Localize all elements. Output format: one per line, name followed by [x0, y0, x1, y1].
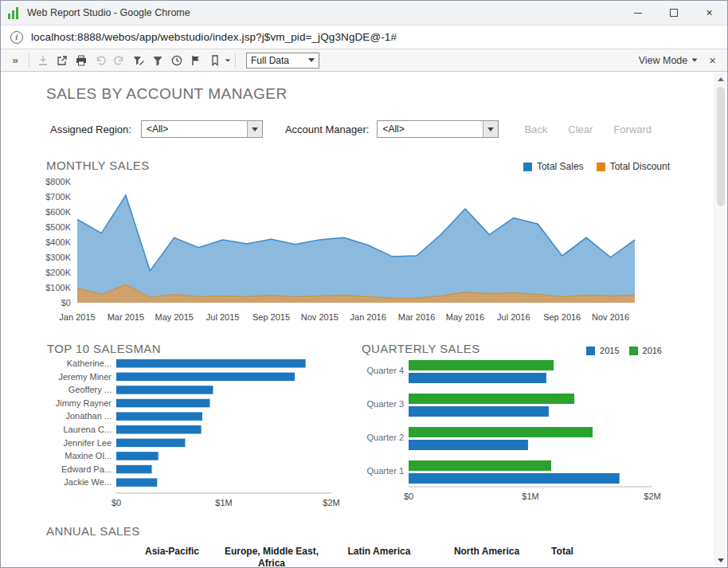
svg-text:Mar 2015: Mar 2015: [108, 312, 144, 322]
view-mode-label: View Mode: [639, 55, 688, 66]
svg-text:$1M: $1M: [522, 492, 538, 501]
svg-text:Katherine...: Katherine...: [67, 358, 112, 368]
report-canvas: SALES BY ACCOUNT MANAGER Assigned Region…: [1, 72, 727, 567]
svg-text:$0: $0: [404, 492, 413, 501]
bookmark-add-icon[interactable]: [186, 51, 205, 70]
svg-text:May 2016: May 2016: [446, 312, 484, 322]
scrollbar-thumb[interactable]: [717, 87, 725, 206]
bookmark-icon[interactable]: [205, 51, 225, 70]
svg-text:Sep 2016: Sep 2016: [543, 312, 581, 322]
scroll-up-icon[interactable]: [715, 72, 726, 85]
monthly-sales-title: MONTHLY SALES: [46, 159, 150, 172]
close-button[interactable]: ×: [691, 1, 727, 25]
dataset-select-caret-icon: [308, 58, 315, 62]
svg-text:Jonathan ...: Jonathan ...: [66, 411, 112, 421]
report-title: SALES BY ACCOUNT MANAGER: [46, 85, 715, 103]
quarterly-title: QUARTERLY SALES: [362, 342, 480, 355]
svg-text:Jennifer Lee: Jennifer Lee: [63, 438, 112, 448]
svg-text:May 2015: May 2015: [155, 312, 194, 322]
svg-text:$700K: $700K: [45, 192, 71, 202]
assigned-region-caret-icon[interactable]: [247, 121, 262, 137]
import-icon[interactable]: [33, 51, 53, 70]
total-discount-swatch-icon: [597, 163, 605, 171]
svg-text:Quarter 4: Quarter 4: [367, 366, 404, 375]
svg-text:Quarter 3: Quarter 3: [367, 399, 404, 409]
view-mode-button[interactable]: View Mode: [639, 55, 699, 66]
annual-col-latin-america: Latin America: [319, 546, 439, 567]
svg-text:Jul 2016: Jul 2016: [497, 312, 530, 322]
account-manager-label: Account Manager:: [285, 123, 370, 135]
account-manager-caret-icon[interactable]: [483, 121, 498, 137]
legend-item-2016: 2016: [629, 346, 662, 355]
svg-text:$200K: $200K: [45, 268, 71, 277]
svg-text:Geoffery ...: Geoffery ...: [68, 385, 112, 394]
svg-text:$400K: $400K: [45, 237, 71, 247]
annual-col-total: Total: [534, 546, 590, 567]
filter-bar: Assigned Region: <All> Account Manager: …: [50, 120, 715, 138]
svg-text:$2M: $2M: [323, 498, 339, 507]
total-sales-swatch-icon: [523, 163, 532, 171]
charts-row: TOP 10 SALESMAN Katherine...Jeremy Miner…: [45, 338, 715, 516]
assigned-region-value: <All>: [142, 121, 247, 137]
svg-text:$1M: $1M: [215, 498, 232, 507]
back-button[interactable]: Back: [524, 123, 547, 135]
scroll-down-icon[interactable]: [715, 554, 726, 566]
svg-text:Laurena C...: Laurena C...: [63, 425, 112, 434]
minimize-button[interactable]: [620, 1, 656, 25]
annual-sales-title: ANNUAL SALES: [46, 524, 715, 538]
vertical-scrollbar[interactable]: [714, 72, 726, 566]
annual-sales-section: ANNUAL SALES Asia-Pacific Europe, Middle…: [46, 524, 715, 567]
svg-text:Quarter 2: Quarter 2: [367, 433, 404, 442]
maximize-button[interactable]: [656, 1, 691, 25]
view-mode-caret-icon: [692, 58, 698, 61]
clear-button[interactable]: Clear: [568, 123, 593, 135]
bookmark-menu-caret-icon[interactable]: [225, 59, 230, 61]
legend-item-total-sales: Total Sales: [523, 161, 584, 172]
address-bar: i localhost:8888/webos/app/webstudio/ind…: [1, 25, 727, 49]
undo-icon[interactable]: [91, 51, 110, 70]
dataset-select-value: Full Data: [251, 55, 289, 66]
quarterly-legend: 2015 2016: [586, 346, 662, 355]
monthly-sales-legend: Total Sales Total Discount: [523, 161, 670, 172]
top10-chart[interactable]: Katherine...Jeremy MinerGeoffery ...Jimm…: [45, 355, 347, 513]
legend-item-2015: 2015: [586, 346, 619, 355]
toolbar-close-icon[interactable]: ×: [709, 53, 716, 67]
monthly-sales-header: MONTHLY SALES Total Sales Total Discount: [46, 159, 670, 172]
year-2016-legend-label: 2016: [643, 346, 662, 355]
svg-text:Nov 2015: Nov 2015: [301, 312, 339, 322]
assigned-region-select[interactable]: <All>: [141, 120, 263, 138]
annual-table-header: Asia-Pacific Europe, Middle East, Africa…: [120, 546, 715, 567]
dataset-select[interactable]: Full Data: [246, 53, 319, 69]
top10-title: TOP 10 SALESMAN: [47, 342, 161, 355]
svg-text:$300K: $300K: [45, 253, 71, 262]
filter-edit-icon[interactable]: [129, 51, 148, 70]
annual-col-north-america: North America: [439, 546, 534, 567]
page-info-icon[interactable]: i: [10, 31, 23, 44]
schedule-icon[interactable]: [167, 51, 186, 70]
svg-text:Maxine Ol...: Maxine Ol...: [65, 451, 112, 460]
svg-text:Mar 2016: Mar 2016: [398, 312, 435, 322]
forward-button[interactable]: Forward: [613, 123, 652, 135]
export-icon[interactable]: [53, 51, 72, 70]
svg-text:$2M: $2M: [644, 492, 660, 501]
expand-icon[interactable]: »: [6, 51, 25, 70]
redo-icon[interactable]: [110, 51, 129, 70]
url-text[interactable]: localhost:8888/webos/app/webstudio/index…: [31, 31, 397, 43]
total-discount-legend-label: Total Discount: [610, 161, 670, 172]
svg-text:Quarter 1: Quarter 1: [367, 466, 404, 476]
window-title: Web Report Studio - Google Chrome: [27, 7, 620, 18]
svg-text:$100K: $100K: [45, 283, 71, 292]
svg-text:$500K: $500K: [45, 222, 71, 232]
total-sales-legend-label: Total Sales: [537, 161, 584, 172]
account-manager-select[interactable]: <All>: [377, 120, 499, 138]
legend-item-total-discount: Total Discount: [597, 161, 670, 172]
year-2015-legend-label: 2015: [600, 346, 619, 355]
report-toolbar: » Fu: [1, 49, 727, 72]
monthly-sales-chart[interactable]: $0$100K$200K$300K$400K$500K$600K$700K$80…: [33, 175, 640, 327]
print-icon[interactable]: [72, 51, 91, 70]
assigned-region-label: Assigned Region:: [50, 123, 131, 135]
year-2015-swatch-icon: [586, 347, 595, 355]
quarterly-chart[interactable]: Quarter 4Quarter 3Quarter 2Quarter 1$0$1…: [359, 355, 662, 513]
filter-icon[interactable]: [148, 51, 167, 70]
account-manager-value: <All>: [378, 121, 483, 137]
